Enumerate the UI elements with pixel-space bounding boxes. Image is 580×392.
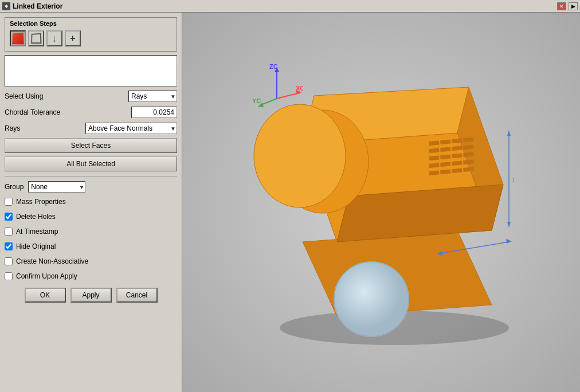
title-bar: ◆ Linked Exterior ✕ ▶: [0, 0, 580, 13]
viewport: ZC XC YC ↕: [182, 13, 580, 392]
hide-original-label: Hide Original: [16, 242, 56, 250]
select-using-wrapper: Rays Face Normals All Faces ▼: [128, 91, 177, 102]
group-row: Group None Group 1 Group 2 ▼: [5, 181, 177, 193]
confirm-upon-apply-checkbox[interactable]: [5, 272, 13, 280]
select-using-row: Select Using Rays Face Normals All Faces…: [5, 90, 177, 103]
confirm-upon-apply-row: Confirm Upon Apply: [5, 271, 177, 282]
yc-label: YC: [252, 97, 261, 104]
preview-area: [5, 55, 177, 87]
delete-holes-row: Delete Holes: [5, 211, 177, 222]
model-hole-inner: [334, 262, 409, 336]
axis-svg: ZC XC YC: [251, 64, 303, 110]
axis-indicator: ZC XC YC: [251, 64, 303, 112]
arrow-down-button[interactable]: ↓: [46, 30, 62, 46]
close-button[interactable]: ✕: [557, 2, 566, 10]
select-faces-button[interactable]: Select Faces: [5, 138, 177, 153]
bottom-buttons: OK Apply Cancel: [5, 288, 177, 303]
hide-original-checkbox[interactable]: [5, 242, 13, 250]
apply-button[interactable]: Apply: [70, 288, 112, 303]
selection-steps-box: Selection Steps ↓ +: [5, 17, 177, 52]
mass-properties-checkbox[interactable]: [5, 198, 13, 206]
zc-label: ZC: [269, 64, 278, 70]
group-dropdown[interactable]: None Group 1 Group 2: [28, 181, 85, 193]
title-bar-text: Linked Exterior: [13, 2, 62, 10]
mass-properties-label: Mass Properties: [16, 198, 66, 206]
delete-holes-label: Delete Holes: [16, 213, 56, 221]
at-timestamp-label: At Timestamp: [16, 228, 58, 236]
select-using-label: Select Using: [5, 92, 43, 100]
chordal-tolerance-input[interactable]: [131, 107, 177, 118]
plus-icon: +: [70, 33, 75, 44]
cube-outline-button[interactable]: [28, 30, 44, 46]
create-non-associative-row: Create Non-Associative: [5, 256, 177, 267]
selection-steps-title: Selection Steps: [10, 20, 172, 27]
app-icon: ◆: [2, 2, 10, 10]
rays-row: Rays Above Face Normals Below Face Norma…: [5, 122, 177, 135]
rays-wrapper: Above Face Normals Below Face Normals Bo…: [85, 123, 177, 134]
at-timestamp-row: At Timestamp: [5, 226, 177, 237]
arrow-down-icon: ↓: [52, 33, 57, 45]
at-timestamp-checkbox[interactable]: [5, 228, 13, 236]
main-content: Selection Steps ↓ + Select Using: [0, 13, 580, 392]
create-non-associative-checkbox[interactable]: [5, 257, 13, 265]
create-non-associative-label: Create Non-Associative: [16, 257, 88, 265]
rays-label: Rays: [5, 124, 20, 132]
all-but-selected-button[interactable]: All But Selected: [5, 156, 177, 171]
add-step-button[interactable]: +: [65, 30, 81, 46]
chordal-tolerance-row: Chordal Tolerance: [5, 106, 177, 119]
divider-1: [5, 176, 177, 177]
ok-button[interactable]: OK: [25, 288, 66, 303]
select-using-dropdown[interactable]: Rays Face Normals All Faces: [128, 91, 177, 102]
model-cylinder-side: [254, 104, 346, 207]
mass-properties-row: Mass Properties: [5, 196, 177, 207]
rays-dropdown[interactable]: Above Face Normals Below Face Normals Bo…: [85, 123, 177, 134]
cancel-button[interactable]: Cancel: [116, 288, 158, 303]
chordal-tolerance-label: Chordal Tolerance: [5, 108, 60, 116]
hide-original-row: Hide Original: [5, 241, 177, 252]
selection-steps-icons: ↓ +: [10, 30, 172, 46]
left-panel: Selection Steps ↓ + Select Using: [0, 13, 182, 392]
expand-button[interactable]: ▶: [569, 2, 578, 10]
cube-red-button[interactable]: [10, 30, 26, 46]
confirm-upon-apply-label: Confirm Upon Apply: [16, 272, 77, 280]
delete-holes-checkbox[interactable]: [5, 213, 13, 221]
svg-line-22: [277, 93, 300, 99]
xc-label: XC: [296, 85, 303, 92]
group-label: Group: [5, 183, 23, 191]
group-wrapper: None Group 1 Group 2 ▼: [28, 181, 85, 193]
